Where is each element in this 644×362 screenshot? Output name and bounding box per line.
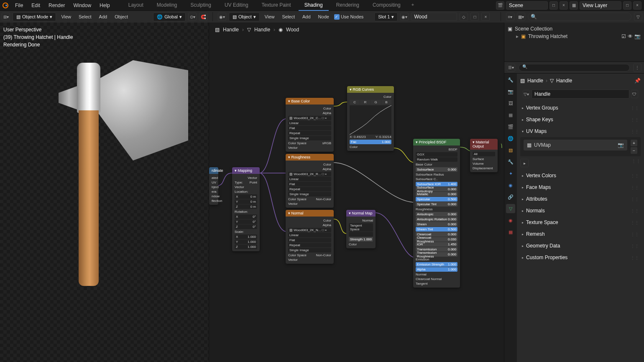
- space-dropdown[interactable]: Tangent Space: [349, 223, 373, 232]
- node-editor[interactable]: ▧Handle › ▽Handle › ◉Wood rdinate ated: [209, 23, 504, 362]
- tab-shading[interactable]: Shading: [299, 0, 329, 11]
- outliner-type-icon[interactable]: ≡▾: [506, 13, 514, 21]
- viewlayer-delete-button[interactable]: ×: [633, 1, 641, 10]
- socket-color-in[interactable]: Color: [350, 145, 391, 149]
- tab-physics-icon[interactable]: ◉: [506, 181, 515, 190]
- exclude-checkbox[interactable]: ☑: [621, 33, 626, 39]
- socket-displacement[interactable]: Displacement: [473, 166, 495, 171]
- outliner-scene-collection[interactable]: ▣ Scene Collection: [508, 25, 641, 33]
- socket-object[interactable]: bject: [212, 185, 216, 189]
- tab-uv-editing[interactable]: UV Editing: [219, 0, 254, 11]
- ne-menu-select[interactable]: Select: [279, 13, 297, 20]
- menu-render[interactable]: Render: [44, 0, 69, 10]
- extension-dropdown[interactable]: Repeat: [288, 187, 331, 191]
- tab-modeling[interactable]: Modeling: [151, 0, 183, 11]
- tab-rendering[interactable]: Rendering: [330, 0, 365, 11]
- panel-header[interactable]: ▾UV Maps⋮⋮: [520, 126, 641, 136]
- scene-delete-button[interactable]: ×: [560, 1, 568, 10]
- tab-scene-icon[interactable]: 🎬: [506, 122, 515, 131]
- tab-tool-icon[interactable]: 🔧: [506, 75, 515, 84]
- panel-header[interactable]: ▸Attributes⋮⋮: [520, 194, 641, 204]
- path-object[interactable]: Handle: [223, 27, 239, 33]
- tab-object-icon[interactable]: ▧: [506, 145, 515, 155]
- socket-generated[interactable]: ated: [212, 176, 216, 180]
- uv-remove-button[interactable]: −: [631, 147, 637, 154]
- node-header[interactable]: ▾ Roughness: [286, 154, 334, 161]
- node-header[interactable]: ▾ Normal Map: [346, 210, 376, 217]
- socket-color-out[interactable]: Color: [288, 106, 331, 111]
- rot-x[interactable]: X 0°: [235, 214, 257, 219]
- socket-camera[interactable]: era: [212, 189, 216, 194]
- tab-layout[interactable]: Layout: [123, 0, 149, 11]
- node-header[interactable]: ▾ Base Color: [286, 98, 334, 105]
- sss-method-dropdown[interactable]: Random Walk: [416, 157, 457, 162]
- principled-slider[interactable]: Anisotropic0.000: [416, 212, 457, 217]
- camera-icon[interactable]: 📷: [618, 142, 624, 148]
- mat-new-button[interactable]: □: [470, 13, 479, 21]
- uv-specials-button[interactable]: ▸: [520, 159, 529, 167]
- tab-texture-paint[interactable]: Texture Paint: [256, 0, 297, 11]
- bc-mesh[interactable]: Handle: [556, 78, 572, 84]
- socket-color-out[interactable]: Color: [350, 94, 391, 99]
- socket-vector-in[interactable]: Vector: [288, 201, 331, 206]
- node-header[interactable]: ▾ Principled BSDF: [413, 139, 460, 145]
- node-header[interactable]: ▾ Material Output: [470, 139, 498, 150]
- socket-surface[interactable]: Surface: [473, 157, 495, 161]
- node-type-dropdown[interactable]: ▧Object▾: [229, 13, 260, 21]
- principled-socket[interactable]: Normal: [416, 272, 457, 277]
- editor-type-icon[interactable]: ⊞▾: [2, 13, 10, 21]
- node-image-roughness[interactable]: ▾ Roughness Color Alpha ▧ Wood063_2K_R..…: [286, 154, 334, 208]
- socket-reflection[interactable]: flection: [212, 199, 216, 203]
- interp-dropdown[interactable]: Linear: [288, 177, 331, 181]
- principled-slider[interactable]: Emission Strength1.000: [416, 262, 457, 267]
- tab-material-icon[interactable]: ◉: [506, 216, 515, 225]
- ne-menu-add[interactable]: Add: [300, 13, 313, 20]
- viewlayer-icon[interactable]: ▦: [570, 1, 578, 10]
- tab-output-icon[interactable]: 🖼: [506, 99, 515, 108]
- uv-add-button[interactable]: +: [631, 140, 637, 146]
- mesh-data-icon[interactable]: ▽▾: [523, 90, 530, 98]
- panel-header[interactable]: ▸Custom Properties⋮⋮: [520, 252, 641, 263]
- add-workspace-button[interactable]: +: [408, 0, 417, 11]
- tab-world-icon[interactable]: 🌐: [506, 134, 515, 143]
- socket-vector-in[interactable]: Vector: [235, 185, 257, 189]
- node-image-base-color[interactable]: ▾ Base Color Color Alpha ▧ Wood063_2K_C.…: [286, 98, 334, 152]
- socket-vector-out[interactable]: Vector: [235, 176, 257, 180]
- node-principled-bsdf[interactable]: ▾ Principled BSDF BSDF GGX Random Walk B…: [413, 139, 460, 288]
- eye-icon[interactable]: 👁: [628, 33, 633, 39]
- socket-alpha-out[interactable]: Alpha: [288, 167, 331, 171]
- node-header[interactable]: ▾ Normal: [286, 210, 334, 217]
- principled-slider[interactable]: Sheen0.000: [416, 222, 457, 227]
- projection-dropdown[interactable]: Flat: [288, 126, 331, 130]
- projection-dropdown[interactable]: Flat: [288, 238, 331, 242]
- loc-z[interactable]: Z 0 m: [235, 204, 257, 209]
- socket-bsdf-out[interactable]: BSDF: [416, 147, 457, 152]
- slot-dropdown[interactable]: Slot 1▾: [374, 13, 398, 21]
- panel-header[interactable]: ▸Texture Space⋮⋮: [520, 217, 641, 227]
- tab-modifier-icon[interactable]: 🔧: [506, 157, 515, 166]
- node-mapping[interactable]: ▾ Mapping Vector Type:Point Vector Locat…: [232, 167, 260, 251]
- principled-slider[interactable]: Specular Tint0.000: [416, 202, 457, 206]
- props-search-input[interactable]: 🔍: [519, 64, 630, 71]
- uvmap-field[interactable]: [349, 232, 373, 237]
- scale-z[interactable]: Z 1.000: [235, 245, 257, 249]
- colorspace-row[interactable]: Color SpaceNon-Color: [288, 197, 331, 201]
- projection-dropdown[interactable]: Flat: [288, 182, 331, 186]
- orientation-dropdown[interactable]: 🌐Global▾: [153, 13, 186, 21]
- vp-menu-object[interactable]: Object: [112, 13, 130, 20]
- loc-x[interactable]: X 0 m: [235, 194, 257, 199]
- vp-menu-view[interactable]: View: [59, 13, 74, 20]
- image-selector[interactable]: ▧ Wood063_2K_R... □ ×: [288, 172, 331, 176]
- menu-window[interactable]: Window: [69, 0, 95, 10]
- ne-menu-node[interactable]: Node: [316, 13, 332, 20]
- snap-icon[interactable]: 🧲: [199, 13, 207, 21]
- principled-slider[interactable]: Transmission Roughness0.000: [416, 252, 457, 257]
- strength-slider[interactable]: Strength1.000: [349, 237, 373, 242]
- tab-render-icon[interactable]: 📷: [506, 87, 515, 96]
- principled-socket[interactable]: Roughness: [416, 207, 457, 212]
- fac-slider[interactable]: Fac1.000: [350, 140, 391, 144]
- tab-constraint-icon[interactable]: 🔗: [506, 192, 515, 201]
- principled-socket[interactable]: Subsurface C..: [416, 177, 457, 181]
- node-editor-type-icon[interactable]: ◉▾: [218, 13, 226, 21]
- scene-name-input[interactable]: [506, 1, 548, 10]
